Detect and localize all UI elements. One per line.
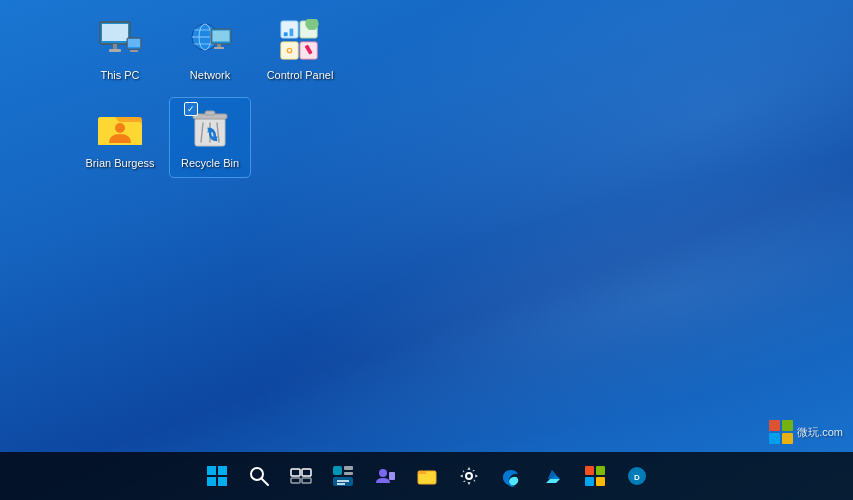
this-pc-image: [96, 16, 144, 64]
watermark-text: 微玩.com: [797, 425, 843, 440]
brian-burgess-image: [96, 104, 144, 152]
edge-button[interactable]: [491, 456, 531, 496]
svg-rect-36: [207, 477, 216, 486]
control-panel-label: Control Panel: [267, 68, 334, 82]
desktop-icons-area: This PC: [80, 10, 340, 177]
svg-rect-41: [302, 469, 311, 476]
svg-rect-54: [585, 466, 594, 475]
svg-rect-51: [389, 472, 395, 480]
brian-burgess-icon[interactable]: Brian Burgess: [80, 98, 160, 176]
taskbar: D: [0, 452, 853, 500]
dell-button[interactable]: D: [617, 456, 657, 496]
desktop: This PC: [0, 0, 853, 500]
svg-rect-2: [102, 24, 128, 41]
file-explorer-button[interactable]: [407, 456, 447, 496]
network-icon[interactable]: Network: [170, 10, 250, 88]
svg-rect-43: [302, 478, 311, 483]
settings-button[interactable]: [449, 456, 489, 496]
svg-point-53: [466, 473, 472, 479]
svg-rect-44: [333, 466, 342, 475]
svg-rect-30: [205, 111, 215, 115]
widgets-button[interactable]: [323, 456, 363, 496]
svg-rect-40: [291, 469, 300, 476]
control-panel-icon[interactable]: Control Panel: [260, 10, 340, 88]
selected-check-badge: ✓: [184, 102, 198, 116]
svg-rect-4: [109, 49, 121, 52]
watermark: 微玩.com: [769, 420, 843, 444]
svg-point-50: [379, 469, 387, 477]
svg-rect-56: [585, 477, 594, 486]
control-panel-image: [276, 16, 324, 64]
svg-rect-16: [214, 47, 224, 49]
search-button[interactable]: [239, 456, 279, 496]
svg-rect-15: [217, 44, 221, 47]
svg-rect-46: [344, 472, 353, 475]
svg-rect-7: [130, 50, 138, 52]
recycle-bin-label: Recycle Bin: [181, 156, 239, 170]
watermark-logo: [769, 420, 793, 444]
task-view-button[interactable]: [281, 456, 321, 496]
svg-point-23: [288, 49, 291, 52]
svg-rect-3: [113, 44, 117, 49]
this-pc-icon[interactable]: This PC: [80, 10, 160, 88]
recycle-bin-image: ✓: [186, 104, 234, 152]
svg-rect-14: [213, 31, 230, 42]
svg-rect-35: [218, 466, 227, 475]
meet-button[interactable]: [365, 456, 405, 496]
svg-rect-55: [596, 466, 605, 475]
network-label: Network: [190, 68, 230, 82]
this-pc-label: This PC: [100, 68, 139, 82]
taskbar-icons: D: [197, 456, 657, 496]
svg-rect-45: [344, 466, 353, 470]
svg-rect-42: [291, 478, 300, 483]
store-button[interactable]: [575, 456, 615, 496]
svg-rect-18: [284, 32, 288, 36]
icon-row-1: This PC: [80, 10, 340, 88]
svg-rect-37: [218, 477, 227, 486]
start-button[interactable]: [197, 456, 237, 496]
svg-rect-6: [128, 39, 140, 47]
svg-line-39: [261, 479, 268, 486]
azure-button[interactable]: [533, 456, 573, 496]
svg-rect-19: [290, 29, 294, 37]
icon-row-2: Brian Burgess ✓: [80, 98, 340, 176]
svg-rect-57: [596, 477, 605, 486]
brian-burgess-label: Brian Burgess: [85, 156, 154, 170]
recycle-bin-icon[interactable]: ✓: [170, 98, 250, 176]
svg-point-27: [115, 123, 125, 133]
svg-text:D: D: [634, 473, 640, 482]
svg-rect-34: [207, 466, 216, 475]
network-image: [186, 16, 234, 64]
